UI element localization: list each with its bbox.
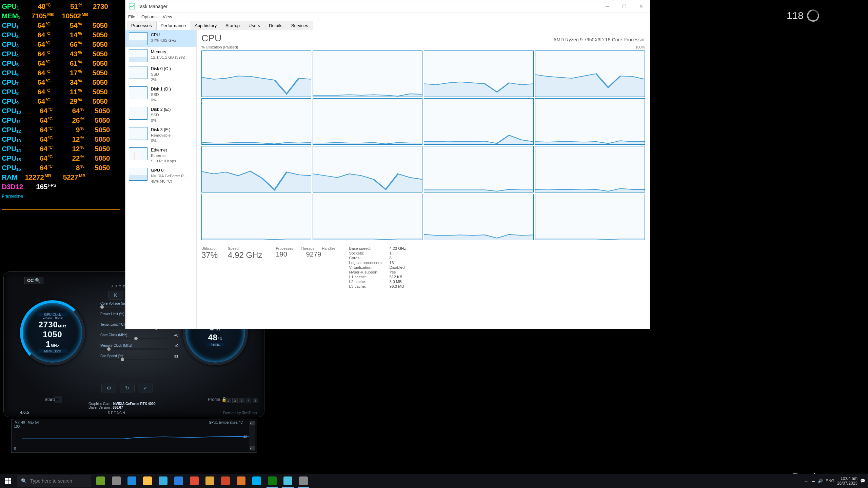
taskbar-app-mail[interactable] xyxy=(171,474,186,488)
tray-chevron-icon[interactable]: ︿ xyxy=(804,478,808,484)
taskbar-app-cortana[interactable] xyxy=(93,474,108,488)
cpu-core-4[interactable] xyxy=(201,98,311,145)
slider-fan-speed-[interactable]: Fan Speed (%)31 xyxy=(100,354,168,360)
gpu-clock-gauge: GPU Clock ▲Base Boost 2730MHz 1050 1MHz … xyxy=(20,300,85,365)
slider-memory-clock-mhz-[interactable]: Memory Clock (MHz)+0 xyxy=(100,344,168,350)
tab-processes[interactable]: Processes xyxy=(127,21,156,30)
system-tray[interactable]: ︿ ☁ 🔊 ENG 10:04 am 26/07/2023 💬 xyxy=(804,474,868,488)
chart-subright: 100% xyxy=(635,45,645,49)
cpu-core-grid[interactable] xyxy=(201,50,645,240)
apply-button[interactable]: ✓ xyxy=(138,384,153,392)
sidebar-item-disk-0-c-[interactable]: Disk 0 (C:)SSD2% xyxy=(125,64,196,84)
profile-preset-2[interactable]: 2 xyxy=(232,398,238,403)
cpu-core-5[interactable] xyxy=(313,98,422,145)
window-title: Task Manager xyxy=(138,4,167,9)
cpu-core-10[interactable] xyxy=(424,146,534,192)
sidebar-item-ethernet[interactable]: EthernetEthernetS: 0 R: 0 Kbps xyxy=(125,145,196,166)
tray-volume-icon[interactable]: 🔊 xyxy=(818,479,823,483)
clock[interactable]: 10:04 am 26/07/2023 xyxy=(837,476,857,486)
titlebar[interactable]: Task Manager ─ ☐ ✕ xyxy=(125,0,650,13)
profile-preset-4[interactable]: 4 xyxy=(246,398,251,403)
sidebar-item-disk-3-f-[interactable]: Disk 3 (F:)Removable0% xyxy=(125,125,196,145)
sidebar-item-cpu[interactable]: CPU37% 4.92 GHz xyxy=(125,30,196,47)
taskbar-app-powerpoint[interactable] xyxy=(218,474,233,488)
cpu-core-3[interactable] xyxy=(535,50,645,97)
tab-users[interactable]: Users xyxy=(244,21,264,30)
startup-windows-button[interactable]: ⊞ xyxy=(55,396,62,403)
cpu-core-0[interactable] xyxy=(201,50,311,97)
msi-text-overlay: GPU148°C51%2730MEM17105MB10502MBCPU164°C… xyxy=(2,2,120,210)
taskbar[interactable]: 🔍 Type here to search ︿ ☁ 🔊 ENG 10:04 am… xyxy=(0,474,868,488)
sidebar-item-disk-2-e-[interactable]: Disk 2 (E:)SSD0% xyxy=(125,105,196,125)
tab-startup[interactable]: Startup xyxy=(221,21,244,30)
reset-button[interactable]: ↻ xyxy=(120,384,135,392)
svg-rect-4 xyxy=(5,481,8,484)
detach-button[interactable]: DETACH xyxy=(108,411,125,415)
tab-services[interactable]: Services xyxy=(287,21,313,30)
monitoring-graph[interactable]: Min 40 Max 54 GPU1 temperature, °C 100 0… xyxy=(11,419,257,453)
graph-title: GPU1 temperature, °C xyxy=(209,421,243,424)
oc-scanner-button[interactable]: OC 🔍 xyxy=(24,277,43,284)
cpu-core-1[interactable] xyxy=(313,50,422,97)
taskbar-app-firefox[interactable] xyxy=(233,474,249,488)
menu-file[interactable]: File xyxy=(128,14,135,19)
sidebar-item-memory[interactable]: Memory12.1/31.1 GB (39%) xyxy=(125,47,196,64)
fps-counter: 118 xyxy=(787,9,819,22)
taskmgr-icon xyxy=(129,3,135,9)
taskbar-app-chrome[interactable] xyxy=(186,474,202,488)
taskbar-app-xbox[interactable] xyxy=(264,474,280,488)
tab-app-history[interactable]: App history xyxy=(190,21,221,30)
cpu-core-12[interactable] xyxy=(201,194,311,240)
maximize-button[interactable]: ☐ xyxy=(616,0,633,13)
graph-scrollbar[interactable]: ▴▾ xyxy=(249,421,255,451)
settings-button[interactable]: ⚙ xyxy=(101,384,116,392)
cpu-core-2[interactable] xyxy=(424,50,534,97)
close-button[interactable]: ✕ xyxy=(633,0,650,13)
profile-preset-5[interactable]: 5 xyxy=(253,398,258,403)
svg-rect-0 xyxy=(129,4,135,9)
taskbar-app-store[interactable] xyxy=(155,474,171,488)
powered-by: Powered by RivaTuner xyxy=(223,411,257,415)
menu-options[interactable]: Options xyxy=(141,14,157,19)
profile-preset-3[interactable]: 3 xyxy=(239,398,244,403)
slider-core-clock-mhz-[interactable]: Core Clock (MHz)+0 xyxy=(100,333,168,339)
cpu-core-6[interactable] xyxy=(424,98,534,145)
cpu-core-13[interactable] xyxy=(313,194,422,240)
taskbar-app-taskmgr[interactable] xyxy=(280,474,296,488)
tray-cloud-icon[interactable]: ☁ xyxy=(811,479,815,483)
profile-preset-1[interactable]: 1 xyxy=(225,398,231,403)
tray-lang[interactable]: ENG xyxy=(826,479,834,483)
task-manager-window: Task Manager ─ ☐ ✕ FileOptionsView Proce… xyxy=(125,0,650,329)
tray-notifications-icon[interactable]: 💬 xyxy=(860,479,865,483)
search-box[interactable]: 🔍 Type here to search xyxy=(17,475,91,487)
cpu-core-7[interactable] xyxy=(535,98,645,145)
ab-k-button[interactable]: K xyxy=(108,291,123,300)
perf-sidebar: CPU37% 4.92 GHz Memory12.1/31.1 GB (39%)… xyxy=(125,30,197,329)
cpu-core-8[interactable] xyxy=(201,146,311,192)
sidebar-item-disk-1-d-[interactable]: Disk 1 (D:)SSD0% xyxy=(125,84,196,105)
start-button[interactable] xyxy=(0,474,16,488)
taskbar-app-skype[interactable] xyxy=(249,474,264,488)
cpu-core-9[interactable] xyxy=(313,146,422,192)
page-title: CPU xyxy=(201,33,221,44)
cpu-core-15[interactable] xyxy=(535,194,645,240)
graph-min: Min 40 Max 54 xyxy=(15,421,39,424)
menu-view[interactable]: View xyxy=(163,14,172,19)
cpu-name: AMD Ryzen 9 7950X3D 16-Core Processor xyxy=(553,37,645,42)
cpu-core-14[interactable] xyxy=(424,194,534,240)
svg-rect-5 xyxy=(8,481,11,484)
taskbar-app-explorer[interactable] xyxy=(140,474,155,488)
tab-performance[interactable]: Performance xyxy=(156,21,190,30)
minimize-button[interactable]: ─ xyxy=(599,0,616,13)
chart-subleft: % Utilization (Paused) xyxy=(201,45,238,49)
search-placeholder: Type here to search xyxy=(30,478,72,484)
taskbar-app-afterburner[interactable] xyxy=(296,474,311,488)
profile-label: Profile 🔒 xyxy=(208,397,227,402)
taskbar-app-edge[interactable] xyxy=(124,474,140,488)
tab-details[interactable]: Details xyxy=(264,21,287,30)
taskbar-app-taskview[interactable] xyxy=(108,474,124,488)
taskbar-app-snip[interactable] xyxy=(202,474,218,488)
sidebar-item-gpu-0[interactable]: GPU 0NVIDIA GeForce R…45% (48 °C) xyxy=(125,166,196,186)
search-icon: 🔍 xyxy=(21,478,27,484)
cpu-core-11[interactable] xyxy=(535,146,645,192)
